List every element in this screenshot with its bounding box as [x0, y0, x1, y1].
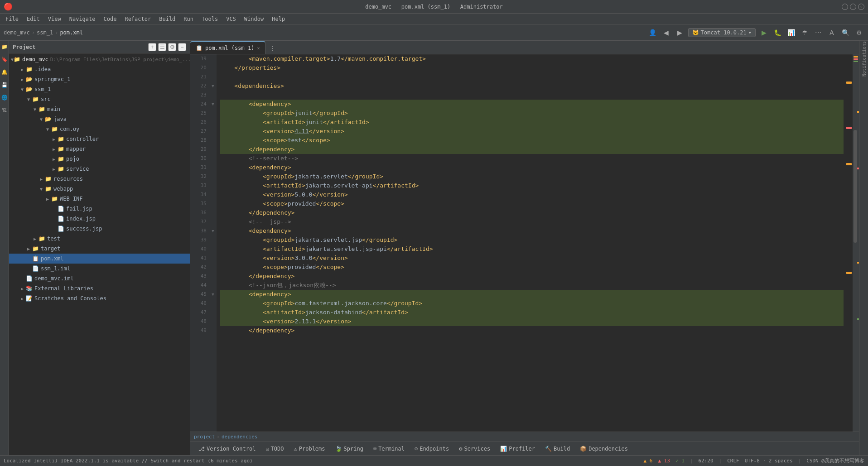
tree-ssm1[interactable]: ▼ 📂 ssm_1: [9, 84, 190, 94]
tree-successjsp[interactable]: ▶ 📄 success.jsp: [9, 224, 190, 234]
menu-help[interactable]: Help: [268, 15, 289, 23]
tree-webapp[interactable]: ▼ 📁 webapp: [9, 184, 190, 194]
status-ok[interactable]: ✓ 1: [675, 458, 685, 464]
tree-service[interactable]: ▶ 📁 service: [9, 164, 190, 174]
tree-mapper[interactable]: ▶ 📁 mapper: [9, 144, 190, 154]
tab-services[interactable]: ⚙ Services: [454, 443, 495, 455]
maximize-button[interactable]: □: [850, 4, 856, 10]
persistence-icon[interactable]: 💾: [0, 81, 9, 89]
tab-terminal[interactable]: ⌨ Terminal: [369, 443, 409, 455]
tree-demomvciml[interactable]: ▶ 📄 demo_mvc.iml: [9, 274, 190, 283]
forward-button[interactable]: ▶: [675, 27, 685, 38]
tree-controller[interactable]: ▶ 📁 controller: [9, 134, 190, 144]
tree-resources[interactable]: ▶ 📁 resources: [9, 174, 190, 184]
panel-gear-icon[interactable]: ⚙: [168, 43, 176, 51]
menu-build[interactable]: Build: [155, 15, 179, 23]
fold-45[interactable]: ▼: [209, 290, 217, 299]
menu-edit[interactable]: Edit: [23, 15, 43, 23]
editor-tab-pomxml[interactable]: 📋 pom.xml (ssm_1) ×: [190, 41, 265, 54]
tree-extlibs[interactable]: ▶ 📚 External Libraries: [9, 283, 190, 293]
status-errors[interactable]: ▲ 13: [658, 458, 670, 464]
tab-profiler[interactable]: 📊 Profiler: [496, 443, 540, 455]
profile-button[interactable]: 📊: [786, 27, 796, 38]
panel-add-icon[interactable]: +: [148, 43, 156, 51]
breadcrumb-ssm1[interactable]: ssm_1: [37, 29, 53, 36]
tree-target[interactable]: ▶ 📁 target: [9, 244, 190, 254]
editor-scrollbar[interactable]: [853, 54, 859, 432]
status-line-col[interactable]: 62:20: [698, 458, 713, 464]
fold-27: [209, 127, 217, 136]
tree-test[interactable]: ▶ 📁 test: [9, 234, 190, 244]
right-notifications-icon[interactable]: Notifications: [860, 41, 868, 77]
status-warnings[interactable]: ▲ 6: [644, 458, 653, 464]
tree-idea[interactable]: ▶ 📁 .idea: [9, 64, 190, 74]
debug-button[interactable]: 🐛: [772, 27, 783, 38]
tab-problems[interactable]: ⚠ Problems: [289, 443, 330, 455]
tree-comoy[interactable]: ▼ 📁 com.oy: [9, 124, 190, 134]
tab-dependencies[interactable]: 📦 Dependencies: [575, 443, 632, 455]
web-icon[interactable]: 🌐: [0, 93, 9, 101]
tree-src-icon: 📁: [32, 96, 39, 103]
back-button[interactable]: ◀: [661, 27, 672, 38]
search-button[interactable]: 🔍: [840, 27, 851, 38]
scrollbar-thumb[interactable]: [854, 130, 857, 243]
tab-todo[interactable]: ☑ TODO: [261, 443, 288, 455]
notifications-icon[interactable]: 🔔: [0, 68, 9, 76]
structure-icon[interactable]: 🏗: [0, 106, 9, 114]
translate-button[interactable]: A: [826, 27, 837, 38]
menu-bar: File Edit View Navigate Code Refactor Bu…: [0, 14, 868, 24]
path-project[interactable]: project: [194, 434, 215, 440]
bookmarks-icon[interactable]: 🔖: [0, 55, 9, 63]
tree-failjsp[interactable]: ▶ 📄 fail.jsp: [9, 204, 190, 214]
menu-view[interactable]: View: [44, 15, 65, 23]
breadcrumb-pomxml[interactable]: pom.xml: [60, 29, 83, 36]
tab-version-control[interactable]: ⎇ Version Control: [194, 443, 260, 455]
breadcrumb-sep2: ›: [55, 29, 58, 36]
tree-java[interactable]: ▼ 📂 java: [9, 114, 190, 124]
user-button[interactable]: 👤: [647, 27, 658, 38]
fold-38[interactable]: ▼: [209, 226, 217, 235]
tree-springmvc1[interactable]: ▶ 📂 springmvc_1: [9, 74, 190, 84]
fold-24[interactable]: ▼: [209, 100, 217, 109]
more-run-button[interactable]: ⋯: [813, 27, 824, 38]
minimize-button[interactable]: −: [842, 4, 848, 10]
fold-22[interactable]: ▼: [209, 82, 217, 91]
menu-file[interactable]: File: [2, 15, 22, 23]
close-button[interactable]: ✕: [858, 4, 864, 10]
menu-refactor[interactable]: Refactor: [121, 15, 154, 23]
tab-close-button[interactable]: ×: [257, 46, 260, 51]
project-icon[interactable]: 📁: [0, 43, 9, 51]
panel-hide-icon[interactable]: −: [178, 43, 186, 51]
menu-code[interactable]: Code: [100, 15, 121, 23]
code-line-31: <dependency>: [220, 163, 844, 172]
tree-scratches[interactable]: ▶ 📝 Scratches and Consoles: [9, 293, 190, 303]
panel-list-icon[interactable]: ☰: [158, 43, 166, 51]
menu-vcs[interactable]: VCS: [222, 15, 240, 23]
tree-pomxml[interactable]: ▶ 📋 pom.xml: [9, 254, 190, 264]
tree-pojo[interactable]: ▶ 📁 pojo: [9, 154, 190, 164]
tomcat-selector[interactable]: 🐱 Tomcat 10.0.21 ▾: [688, 28, 756, 37]
path-dependencies[interactable]: dependencies: [222, 434, 257, 440]
coverage-button[interactable]: ☂: [799, 27, 810, 38]
tree-root[interactable]: ▼ 📁 demo_mvc D:\Program Files\JetBrains\…: [9, 54, 190, 64]
tree-indexjsp[interactable]: ▶ 📄 index.jsp: [9, 214, 190, 224]
menu-run[interactable]: Run: [180, 15, 197, 23]
tab-spring[interactable]: 🍃 Spring: [331, 443, 368, 455]
tree-webinf[interactable]: ▶ 📁 WEB-INF: [9, 194, 190, 204]
terminal-label: Terminal: [378, 446, 405, 452]
run-button[interactable]: ▶: [758, 27, 769, 38]
menu-navigate[interactable]: Navigate: [66, 15, 99, 23]
menu-window[interactable]: Window: [241, 15, 267, 23]
tree-ssm1iml[interactable]: ▶ 📄 ssm_1.iml: [9, 264, 190, 274]
settings-button[interactable]: ⚙: [854, 27, 864, 38]
menu-tools[interactable]: Tools: [198, 15, 222, 23]
code-content[interactable]: <maven.compiler.target>1.7</maven.compil…: [217, 54, 844, 432]
tree-src[interactable]: ▼ 📁 src: [9, 94, 190, 104]
tree-main[interactable]: ▼ 📁 main: [9, 104, 190, 114]
tab-endpoints[interactable]: ⊕ Endpoints: [410, 443, 453, 455]
tab-build[interactable]: 🔨 Build: [540, 443, 574, 455]
status-crlf[interactable]: CRLF: [727, 458, 739, 464]
status-encoding[interactable]: UTF-8 · 2 spaces: [745, 458, 793, 464]
breadcrumb-project[interactable]: demo_mvc: [4, 29, 30, 36]
tab-options-button[interactable]: ⋮: [267, 43, 278, 54]
